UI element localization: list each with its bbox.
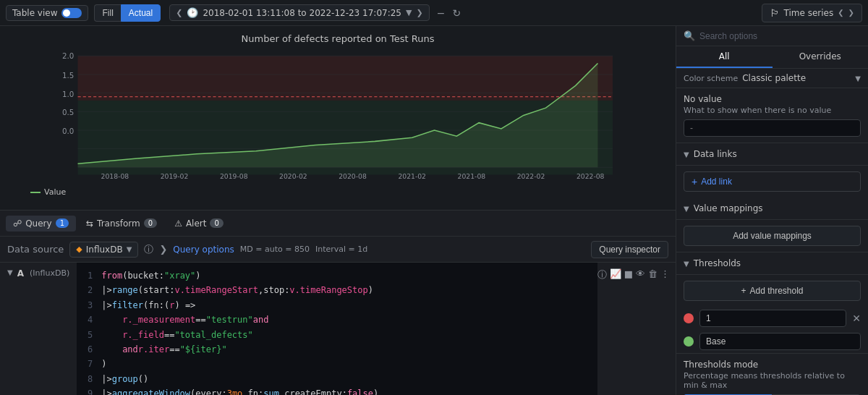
thresholds-title: Thresholds (694, 258, 741, 268)
add-threshold-label: Add threshold (749, 286, 803, 296)
section-data-links[interactable]: ▼ Data links (676, 143, 868, 166)
tab-alert[interactable]: ⚠ Alert 0 (167, 216, 231, 232)
next-time-arrow[interactable]: ❯ (416, 8, 422, 17)
query-tab-badge: 1 (56, 218, 69, 228)
svg-text:1.5: 1.5 (62, 71, 74, 80)
expand-icon[interactable]: ❯ (159, 244, 167, 255)
action-chart[interactable]: 📈 (610, 268, 621, 279)
search-input[interactable] (699, 31, 861, 41)
tab-query[interactable]: ☍ Query 1 (6, 216, 76, 232)
alert-tab-icon: ⚠ (174, 218, 182, 229)
threshold-base-input[interactable] (699, 333, 861, 350)
ts-flag-icon: 🏳 (770, 7, 780, 19)
prev-time-arrow[interactable]: ❮ (176, 8, 182, 17)
add-link-button[interactable]: + Add link (684, 171, 861, 192)
datasource-chevron: ▼ (127, 245, 132, 253)
search-icon: 🔍 (684, 30, 695, 41)
plus-threshold-icon: + (741, 286, 746, 296)
action-eye[interactable]: 👁 (636, 268, 645, 279)
ts-chevron-right[interactable]: ❯ (848, 9, 854, 17)
query-editor: ▼ A (InfluxDB) 1 from(bucket: "xray") 2 … (0, 263, 676, 395)
main-layout: Number of defects reported on Test Runs (0, 26, 868, 395)
query-inspector-btn[interactable]: Query inspector (591, 241, 668, 258)
data-links-title: Data links (694, 149, 737, 159)
section-thresholds[interactable]: ▼ Thresholds (676, 252, 868, 275)
tm-desc: Percentage means thresholds relative to … (684, 371, 861, 390)
nv-desc: What to show when there is no value (684, 106, 861, 115)
query-options-btn[interactable]: Query options (173, 245, 234, 255)
fill-button[interactable]: Fill (94, 4, 120, 22)
tab-overrides[interactable]: Overrides (773, 46, 869, 68)
time-range-text[interactable]: 2018-02-01 13:11:08 to 2022-12-23 17:07:… (203, 8, 401, 18)
code-line-3: 3 |> filter(fn: (r) => (84, 298, 590, 313)
table-view-toggle[interactable]: Table view (6, 5, 88, 21)
nv-input[interactable] (684, 119, 861, 137)
action-more[interactable]: ⋮ (660, 268, 670, 279)
datasource-select[interactable]: ◆ InfluxDB ▼ (69, 242, 138, 258)
thresholds-section: ▼ Thresholds + Add threshold ✕ (676, 252, 868, 354)
section-value-mappings[interactable]: ▼ Value mappings (676, 198, 868, 220)
code-line-8: 8 |> group() (84, 372, 590, 386)
panel-search: 🔍 (676, 26, 868, 46)
add-threshold-button[interactable]: + Add threshold (684, 281, 861, 301)
svg-text:2019-08: 2019-08 (220, 172, 248, 180)
datasource-name: InfluxDB (86, 245, 123, 255)
svg-text:2020-02: 2020-02 (279, 172, 307, 180)
code-line-6: 6 and r.iter == "${iter}" (84, 342, 590, 357)
action-stop[interactable]: ■ (624, 268, 633, 279)
tab-all[interactable]: All (676, 46, 773, 68)
value-mappings-chevron: ▼ (684, 205, 689, 213)
table-view-pill[interactable] (61, 8, 82, 18)
transform-tab-icon: ⇆ (86, 218, 93, 229)
plus-icon: + (692, 176, 697, 187)
add-mapping-button[interactable]: Add value mappings (684, 226, 861, 246)
code-area[interactable]: 1 from(bucket: "xray") 2 |> range(start:… (77, 263, 597, 395)
transform-tab-badge: 0 (144, 218, 157, 228)
right-panel: 🔍 All Overrides Color scheme Classic pal… (676, 26, 868, 395)
value-mappings-title: Value mappings (694, 203, 763, 213)
actual-button[interactable]: Actual (121, 4, 161, 22)
refresh-icon[interactable]: ↻ (452, 7, 461, 19)
query-tab-label: Query (25, 218, 51, 229)
ts-chevron-left[interactable]: ❮ (838, 9, 843, 17)
info-icon[interactable]: ⓘ (144, 243, 153, 256)
collapse-icon[interactable]: ▼ (7, 268, 13, 276)
threshold-item-base (676, 330, 868, 353)
svg-text:0.0: 0.0 (62, 127, 74, 135)
svg-text:2022-02: 2022-02 (517, 172, 545, 180)
tab-transform[interactable]: ⇆ Transform 0 (79, 216, 164, 232)
palette-value[interactable]: Classic palette (742, 73, 851, 83)
expand-time-arrow[interactable]: ▼ (406, 8, 412, 17)
threshold-1-input[interactable] (699, 310, 846, 327)
palette-chevron: ▼ (855, 75, 861, 82)
threshold-item-1: ✕ (676, 307, 868, 330)
legend-label: Value (44, 187, 66, 197)
query-tab-icon: ☍ (13, 218, 22, 229)
time-nav: ❮ 🕑 2018-02-01 13:11:08 to 2022-12-23 17… (169, 4, 429, 21)
thresholds-chevron: ▼ (684, 260, 689, 268)
svg-text:1.0: 1.0 (62, 90, 74, 98)
data-source-label: Data source (7, 244, 64, 255)
code-line-2: 2 |> range(start: v.timeRangeStart, stop… (84, 283, 590, 297)
action-delete[interactable]: 🗑 (648, 268, 658, 279)
clock-icon: 🕑 (187, 7, 198, 18)
time-series-dropdown[interactable]: 🏳 Time series ❮ ❯ (762, 4, 863, 22)
threshold-base-color (684, 336, 694, 347)
time-series-label: Time series (784, 8, 834, 18)
chart-container: 2.0 1.5 1.0 0.5 0.0 2018-08 2019-02 2019… (9, 48, 667, 186)
left-panel: Number of defects reported on Test Runs (0, 26, 676, 395)
query-actions: ⓘ 📈 ■ 👁 🗑 ⋮ (597, 263, 676, 395)
threshold-1-delete[interactable]: ✕ (852, 313, 861, 324)
nv-label: No value (684, 94, 861, 104)
action-info[interactable]: ⓘ (597, 268, 607, 281)
query-toolbar: Data source ◆ InfluxDB ▼ ⓘ ❯ Query optio… (0, 237, 676, 263)
top-toolbar: Table view Fill Actual ❮ 🕑 2018-02-01 13… (0, 0, 868, 26)
code-line-7: 7 ) (84, 357, 590, 371)
influxdb-icon: ◆ (76, 245, 82, 254)
interval-info: Interval = 1d (315, 245, 367, 254)
fill-actual-group: Fill Actual (94, 4, 161, 22)
alert-tab-badge: 0 (210, 218, 223, 228)
transform-tab-label: Transform (97, 218, 140, 229)
zoom-icon[interactable]: − (437, 7, 446, 19)
all-overrides-tabs: All Overrides (676, 46, 868, 69)
